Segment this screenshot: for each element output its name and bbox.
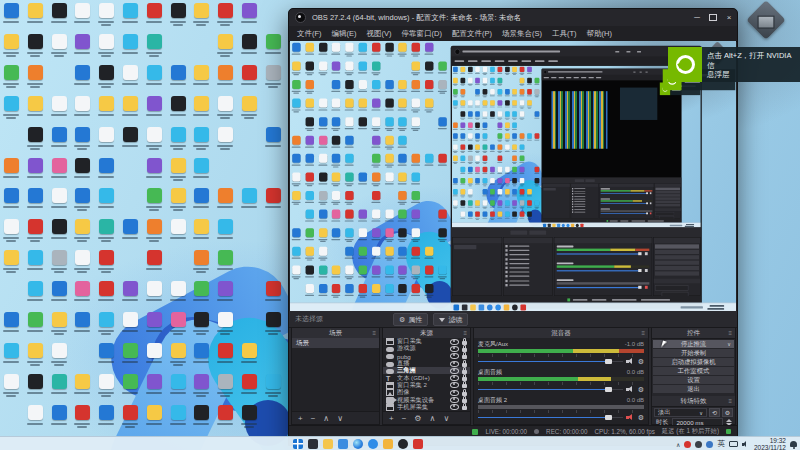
desktop-icon[interactable] bbox=[4, 158, 19, 173]
desktop-icon[interactable] bbox=[171, 343, 186, 358]
filters-button[interactable]: 滤镜 bbox=[433, 313, 468, 326]
desktop-icon[interactable] bbox=[194, 3, 209, 18]
visibility-eye-icon[interactable] bbox=[450, 361, 459, 367]
desktop-icon[interactable] bbox=[194, 158, 209, 173]
desktop-icon[interactable] bbox=[52, 158, 67, 173]
menu-item-8[interactable]: 帮助(H) bbox=[582, 29, 617, 39]
visibility-eye-icon[interactable] bbox=[450, 353, 459, 359]
desktop-icon[interactable] bbox=[266, 281, 281, 296]
desktop-icon[interactable] bbox=[123, 312, 138, 327]
desktop-icon[interactable] bbox=[4, 312, 19, 327]
desktop-icon[interactable] bbox=[75, 312, 90, 327]
desktop-icon[interactable] bbox=[242, 65, 257, 80]
app-dark[interactable] bbox=[308, 439, 318, 449]
desktop-icon[interactable] bbox=[194, 281, 209, 296]
desktop-icon[interactable] bbox=[123, 65, 138, 80]
desktop-icon[interactable] bbox=[123, 405, 138, 420]
desktop-icon[interactable] bbox=[218, 3, 233, 18]
visibility-eye-icon[interactable] bbox=[450, 382, 459, 388]
desktop-icon[interactable] bbox=[194, 250, 209, 265]
desktop-icon[interactable] bbox=[147, 312, 162, 327]
desktop-icon[interactable] bbox=[194, 219, 209, 234]
desktop-icon[interactable] bbox=[75, 158, 90, 173]
visibility-eye-icon[interactable] bbox=[450, 368, 459, 374]
desktop-icon[interactable] bbox=[28, 219, 43, 234]
visibility-eye-icon[interactable] bbox=[450, 390, 459, 396]
nvidia-overlay[interactable]: 点击 Alt+Z，打开 NVIDIA 信 息浮层 bbox=[668, 47, 800, 82]
control-button[interactable]: 工作室模式 bbox=[653, 367, 734, 375]
menu-item-4[interactable]: 停靠窗口(D) bbox=[397, 29, 447, 39]
desktop-icon[interactable] bbox=[266, 374, 281, 389]
desktop-icon[interactable] bbox=[99, 127, 114, 142]
desktop-icon[interactable] bbox=[28, 250, 43, 265]
refresh-icon[interactable]: ⟲ bbox=[709, 408, 720, 417]
desktop-icon[interactable] bbox=[123, 96, 138, 111]
desktop-icon[interactable] bbox=[52, 281, 67, 296]
desktop-icon[interactable] bbox=[147, 374, 162, 389]
desktop-icon[interactable] bbox=[52, 343, 67, 358]
desktop-icon[interactable] bbox=[99, 188, 114, 203]
desktop-icon[interactable] bbox=[28, 96, 43, 111]
desktop-icon[interactable] bbox=[99, 343, 114, 358]
desktop-icon[interactable] bbox=[218, 405, 233, 420]
desktop-icon[interactable] bbox=[28, 188, 43, 203]
desktop-icon[interactable] bbox=[75, 188, 90, 203]
desktop-icon[interactable] bbox=[28, 281, 43, 296]
sources-tool-icon[interactable]: ∧ bbox=[430, 414, 436, 423]
desktop-icon[interactable] bbox=[52, 127, 67, 142]
desktop-icon[interactable] bbox=[52, 374, 67, 389]
edge[interactable] bbox=[353, 439, 363, 449]
desktop-icon[interactable] bbox=[52, 3, 67, 18]
desktop-icon[interactable] bbox=[147, 250, 162, 265]
desktop-icon[interactable] bbox=[99, 374, 114, 389]
app-blue[interactable] bbox=[368, 439, 378, 449]
desktop-icon[interactable] bbox=[218, 34, 233, 49]
desktop-icon[interactable] bbox=[99, 65, 114, 80]
menu-item-2[interactable]: 编辑(E) bbox=[327, 29, 362, 39]
desktop-icon[interactable] bbox=[242, 405, 257, 420]
desktop-icon[interactable] bbox=[147, 127, 162, 142]
desktop-icon[interactable] bbox=[52, 34, 67, 49]
desktop-icon[interactable] bbox=[99, 3, 114, 18]
desktop-icon[interactable] bbox=[75, 65, 90, 80]
desktop-icon[interactable] bbox=[99, 219, 114, 234]
sources-list[interactable]: 窗口采集游戏源pubg直播三角洲文本 (GDI+)窗口采集 2图像视频采集设备手… bbox=[383, 338, 470, 412]
desktop-icon[interactable] bbox=[266, 188, 281, 203]
tray-dark-icon[interactable] bbox=[695, 441, 702, 448]
volume-icon[interactable] bbox=[742, 441, 750, 447]
close-button[interactable]: × bbox=[721, 9, 737, 26]
desktop-icon[interactable] bbox=[171, 405, 186, 420]
desktop-icon[interactable] bbox=[147, 188, 162, 203]
desktop-icon[interactable] bbox=[147, 219, 162, 234]
desktop-icon[interactable] bbox=[75, 219, 90, 234]
desktop-icon[interactable] bbox=[218, 343, 233, 358]
desktop-icon[interactable] bbox=[28, 312, 43, 327]
desktop-icon[interactable] bbox=[266, 312, 281, 327]
desktop-icon[interactable] bbox=[242, 374, 257, 389]
sources-tool-icon[interactable]: ⚙ bbox=[414, 414, 421, 423]
desktop-icon[interactable] bbox=[147, 343, 162, 358]
stop-streaming-button[interactable]: 停止推流∨ bbox=[653, 340, 734, 348]
desktop-icon[interactable] bbox=[75, 34, 90, 49]
desktop-icon[interactable] bbox=[28, 374, 43, 389]
desktop-icon[interactable] bbox=[28, 158, 43, 173]
lock-icon[interactable] bbox=[462, 384, 467, 388]
desktop-icon[interactable] bbox=[194, 127, 209, 142]
app-red[interactable] bbox=[413, 439, 423, 449]
volume-slider[interactable] bbox=[478, 359, 623, 364]
app-yellow[interactable] bbox=[383, 439, 393, 449]
desktop-icon[interactable] bbox=[171, 158, 186, 173]
desktop-icon[interactable] bbox=[99, 312, 114, 327]
desktop-icon[interactable] bbox=[171, 219, 186, 234]
desktop-icon[interactable] bbox=[147, 96, 162, 111]
transition-gear-icon[interactable]: ⚙ bbox=[722, 408, 733, 417]
volume-slider[interactable] bbox=[478, 387, 623, 392]
visibility-eye-icon[interactable] bbox=[450, 375, 459, 381]
desktop-icon[interactable] bbox=[218, 250, 233, 265]
desktop-icon[interactable] bbox=[28, 405, 43, 420]
desktop-icon[interactable] bbox=[194, 96, 209, 111]
desktop-icon[interactable] bbox=[147, 3, 162, 18]
desktop-icon[interactable] bbox=[147, 405, 162, 420]
desktop-icon[interactable] bbox=[4, 374, 19, 389]
visibility-eye-icon[interactable] bbox=[450, 346, 459, 352]
